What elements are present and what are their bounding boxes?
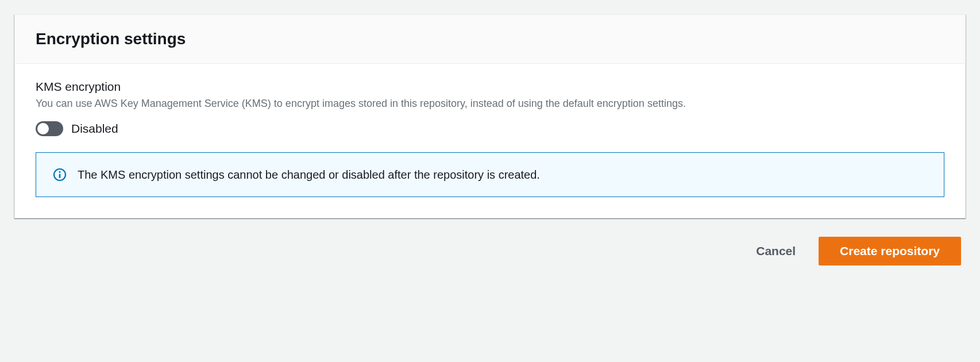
info-icon bbox=[52, 167, 67, 182]
svg-point-2 bbox=[59, 171, 61, 173]
svg-rect-1 bbox=[59, 174, 61, 179]
kms-encryption-label: KMS encryption bbox=[36, 80, 944, 94]
kms-encryption-description: You can use AWS Key Management Service (… bbox=[36, 96, 944, 111]
info-alert: The KMS encryption settings cannot be ch… bbox=[36, 152, 944, 197]
footer-actions: Cancel Create repository bbox=[14, 218, 966, 265]
panel-title: Encryption settings bbox=[36, 29, 944, 49]
cancel-button[interactable]: Cancel bbox=[749, 238, 802, 264]
info-alert-text: The KMS encryption settings cannot be ch… bbox=[78, 167, 540, 183]
encryption-settings-panel: Encryption settings KMS encryption You c… bbox=[14, 14, 966, 218]
toggle-knob bbox=[37, 123, 49, 134]
panel-body: KMS encryption You can use AWS Key Manag… bbox=[15, 64, 965, 218]
create-repository-button[interactable]: Create repository bbox=[819, 237, 961, 265]
kms-toggle-row: Disabled bbox=[36, 121, 944, 136]
kms-encryption-toggle[interactable] bbox=[36, 121, 63, 136]
panel-header: Encryption settings bbox=[15, 15, 965, 64]
toggle-state-label: Disabled bbox=[71, 122, 118, 136]
